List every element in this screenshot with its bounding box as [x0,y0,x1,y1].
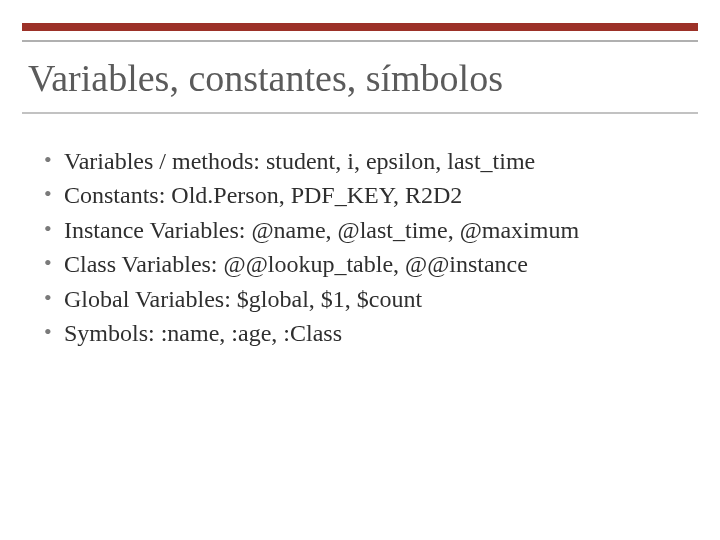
title-underline [22,112,698,114]
accent-bar [22,23,698,31]
list-item: Variables / methods: student, i, epsilon… [44,145,676,177]
list-item: Global Variables: $global, $1, $count [44,283,676,315]
list-item: Symbols: :name, :age, :Class [44,317,676,349]
top-rule [22,40,698,42]
slide-body: Variables / methods: student, i, epsilon… [44,145,676,351]
list-item: Constants: Old.Person, PDF_KEY, R2D2 [44,179,676,211]
list-item: Instance Variables: @name, @last_time, @… [44,214,676,246]
slide: Variables, constantes, símbolos Variable… [0,0,720,540]
bullet-list: Variables / methods: student, i, epsilon… [44,145,676,349]
slide-title: Variables, constantes, símbolos [28,58,692,100]
list-item: Class Variables: @@lookup_table, @@insta… [44,248,676,280]
